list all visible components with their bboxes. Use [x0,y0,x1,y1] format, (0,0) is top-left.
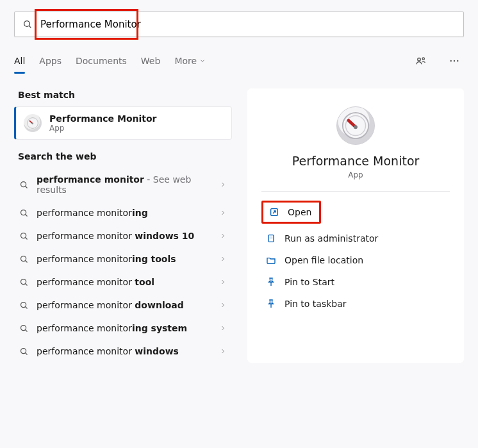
tab-all[interactable]: All [14,53,25,69]
filter-tabs: All Apps Documents Web More [14,51,464,71]
preview-panel: Performance Monitor App Open Run as admi… [247,88,464,363]
tab-more[interactable]: More [174,53,206,69]
action-location-label: Open file location [284,255,363,265]
start-search-window: All Apps Documents Web More Best match P… [0,0,478,448]
best-match-text: Performance Monitor App [49,113,156,133]
action-open-label: Open [288,207,311,217]
svg-point-9 [21,181,26,187]
web-result-label: performance monitoring system [37,323,211,333]
tab-documents[interactable]: Documents [76,53,127,69]
action-pin-start-label: Pin to Start [284,277,334,287]
action-pin-taskbar-label: Pin to taskbar [284,299,347,309]
svg-point-19 [21,302,26,307]
pin-icon [266,277,276,287]
best-match-header: Best match [18,90,232,100]
shield-icon [266,233,276,244]
web-result[interactable]: performance monitor tool [14,270,232,294]
folder-icon [266,255,276,265]
web-result[interactable]: performance monitor download [14,294,232,317]
svg-point-3 [422,58,424,60]
more-options-icon[interactable] [445,51,464,71]
preview-title: Performance Monitor [292,154,420,168]
chevron-right-icon [219,324,227,332]
svg-line-18 [26,283,28,285]
results-column: Best match Performance Monitor App Searc… [14,88,232,363]
best-match-result[interactable]: Performance Monitor App [14,106,232,140]
action-open[interactable]: Open [265,204,315,220]
search-icon [19,324,29,333]
svg-point-15 [21,256,26,261]
web-result-label: performance monitoring tools [37,254,211,264]
search-icon [19,347,29,356]
search-bar[interactable] [14,12,464,37]
tab-web[interactable]: Web [141,53,161,69]
svg-line-20 [26,306,28,308]
svg-point-6 [457,60,458,62]
chevron-right-icon [219,209,227,217]
search-context-icon[interactable] [411,51,431,71]
web-result[interactable]: performance monitor - See web results [14,168,232,201]
web-result[interactable]: performance monitoring tools [14,247,232,270]
svg-point-13 [21,233,26,238]
action-pin-to-taskbar[interactable]: Pin to taskbar [261,293,450,315]
chevron-right-icon [219,181,227,188]
web-result-label: performance monitor windows [37,346,211,356]
best-match-subtitle: App [49,124,156,133]
svg-line-14 [26,237,28,239]
preview-app-icon [336,106,375,145]
svg-point-27 [354,125,358,129]
svg-rect-30 [270,236,272,238]
preview-actions: Open Run as administrator Open file loca… [261,201,450,315]
web-result-label: performance monitor download [37,300,211,310]
search-web-header: Search the web [18,151,232,162]
search-icon [19,301,29,310]
gauge-icon [26,117,39,129]
chevron-down-icon [199,58,206,64]
chevron-right-icon [219,255,227,263]
web-result-label: performance monitor tool [37,277,211,287]
svg-line-24 [26,353,28,354]
svg-line-22 [26,329,28,331]
people-icon [415,55,427,67]
search-icon [19,208,29,218]
search-icon [19,254,29,264]
search-icon [22,19,33,29]
svg-point-2 [418,58,421,62]
tab-apps[interactable]: Apps [39,53,62,69]
action-pin-to-start[interactable]: Pin to Start [261,271,450,293]
search-icon [19,180,29,190]
web-result[interactable]: performance monitoring [14,201,232,224]
svg-point-8 [32,123,33,124]
chevron-right-icon [219,232,227,240]
svg-point-11 [21,210,26,215]
search-icon [19,278,29,287]
web-result[interactable]: performance monitor windows 10 [14,224,232,247]
open-icon [269,207,279,217]
best-match-title: Performance Monitor [49,113,156,124]
pin-icon [266,299,276,309]
preview-subtitle: App [348,170,363,179]
action-run-as-admin[interactable]: Run as administrator [261,228,450,249]
svg-line-16 [26,260,28,262]
action-open-file-location[interactable]: Open file location [261,249,450,271]
action-admin-label: Run as administrator [284,233,378,244]
svg-point-0 [24,21,30,27]
svg-line-12 [26,214,28,216]
chevron-right-icon [219,301,227,309]
web-result[interactable]: performance monitor windows [14,340,232,363]
svg-point-4 [450,60,452,62]
chevron-right-icon [219,278,227,286]
web-result[interactable]: performance monitoring system [14,317,232,340]
svg-point-17 [21,279,26,284]
web-result-label: performance monitor windows 10 [37,231,211,241]
search-icon [19,231,29,241]
gauge-icon [342,112,370,140]
search-input[interactable] [39,12,456,37]
app-icon [24,114,42,132]
svg-line-1 [29,26,31,28]
svg-point-21 [21,325,26,330]
chevron-right-icon [219,347,227,355]
web-result-label: performance monitor - See web results [37,174,211,195]
svg-point-23 [21,348,26,353]
preview-hero: Performance Monitor App [261,103,450,192]
